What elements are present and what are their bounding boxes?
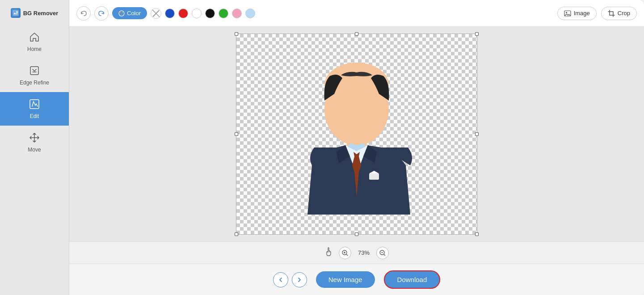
canvas-area <box>69 27 644 241</box>
zoom-in-button[interactable] <box>339 247 351 259</box>
sidebar-item-edge-refine-label: Edge Refine <box>20 80 49 86</box>
toolbar-right: Image Crop <box>557 7 637 20</box>
handle-bottom-right[interactable] <box>475 232 479 236</box>
color-swatch-blue[interactable] <box>165 8 175 18</box>
chevron-right-icon <box>296 277 303 283</box>
next-button[interactable] <box>292 272 307 287</box>
zoom-level: 73% <box>356 249 372 256</box>
color-swatch-black[interactable] <box>205 8 215 18</box>
handle-bottom-left[interactable] <box>235 232 238 236</box>
main-panel: Color <box>69 0 644 295</box>
handle-top-right[interactable] <box>475 32 479 36</box>
crop-button-label: Crop <box>618 10 630 17</box>
image-button[interactable]: Image <box>557 7 597 20</box>
edge-refine-icon <box>29 65 40 78</box>
image-button-label: Image <box>574 10 590 17</box>
toolbar: Color <box>69 0 644 27</box>
svg-rect-17 <box>369 173 379 180</box>
svg-line-21 <box>346 254 348 256</box>
pan-tool-button[interactable] <box>324 247 334 259</box>
chevron-left-icon <box>278 277 284 283</box>
sidebar: BG Remover Home Edge Refine <box>0 0 69 295</box>
sidebar-item-home[interactable]: Home <box>0 25 69 59</box>
handle-top-middle[interactable] <box>355 32 358 36</box>
sidebar-item-edit-label: Edit <box>30 113 39 119</box>
color-swatch-white[interactable] <box>192 8 202 18</box>
handle-top-left[interactable] <box>235 32 238 36</box>
svg-point-1 <box>16 11 18 13</box>
edit-icon <box>29 98 40 111</box>
zoom-out-icon <box>379 250 386 256</box>
sidebar-header: BG Remover <box>0 4 69 25</box>
image-icon <box>564 10 571 17</box>
color-swatch-lightblue[interactable] <box>245 8 255 18</box>
svg-line-24 <box>384 254 385 256</box>
image-container <box>236 34 477 235</box>
footer: New Image Download <box>69 264 644 295</box>
download-label: Download <box>397 276 427 283</box>
svg-point-9 <box>122 12 123 13</box>
download-button[interactable]: Download <box>384 270 441 289</box>
app-title: BG Remover <box>23 10 59 17</box>
color-swatch-red[interactable] <box>178 8 188 18</box>
sidebar-navigation: Home Edge Refine Edit <box>0 25 69 159</box>
no-color-icon <box>151 8 161 19</box>
handle-middle-right[interactable] <box>475 132 479 136</box>
color-button-label: Color <box>127 10 141 17</box>
no-color-swatch[interactable] <box>151 8 161 19</box>
svg-point-13 <box>566 12 567 13</box>
color-swatch-pink[interactable] <box>232 8 242 18</box>
crop-button[interactable]: Crop <box>601 7 637 20</box>
sidebar-item-edge-refine[interactable]: Edge Refine <box>0 59 69 92</box>
sidebar-item-edit[interactable]: Edit <box>0 92 69 126</box>
toolbar-left: Color <box>76 6 255 21</box>
move-icon <box>29 132 40 145</box>
prev-button[interactable] <box>273 272 288 287</box>
status-bar: 73% <box>69 241 644 264</box>
zoom-controls: 73% <box>324 247 389 259</box>
svg-point-7 <box>119 11 124 16</box>
crop-icon <box>608 10 615 17</box>
new-image-button[interactable]: New Image <box>316 271 375 288</box>
svg-point-8 <box>120 12 121 13</box>
handle-middle-left[interactable] <box>235 132 238 136</box>
color-button[interactable]: Color <box>112 7 147 19</box>
home-icon <box>29 31 40 44</box>
svg-point-10 <box>121 13 122 15</box>
color-palette-icon <box>118 10 125 17</box>
handle-bottom-middle[interactable] <box>355 232 358 236</box>
zoom-out-button[interactable] <box>376 247 389 259</box>
new-image-label: New Image <box>328 276 362 283</box>
sidebar-item-move[interactable]: Move <box>0 126 69 159</box>
sidebar-item-home-label: Home <box>27 46 42 52</box>
svg-rect-0 <box>13 10 19 16</box>
undo-button[interactable] <box>76 6 91 21</box>
footer-navigation <box>273 272 307 287</box>
svg-line-11 <box>152 10 160 17</box>
zoom-in-icon <box>342 250 348 256</box>
color-swatch-green[interactable] <box>219 8 228 18</box>
app-logo <box>11 8 21 18</box>
person-image <box>236 34 477 234</box>
redo-button[interactable] <box>94 6 109 21</box>
sidebar-item-move-label: Move <box>28 147 41 153</box>
